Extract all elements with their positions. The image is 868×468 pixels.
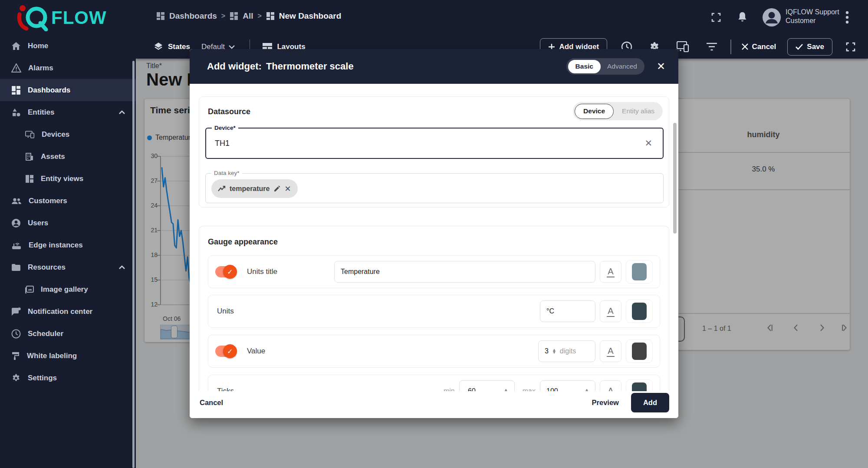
save-label: Save	[807, 43, 824, 51]
fullscreen-icon[interactable]	[711, 12, 721, 23]
kebab-menu-icon[interactable]	[845, 10, 849, 24]
ticks-max-input[interactable]: 100 ▲▼	[540, 380, 595, 391]
dialog-body: Datasource Device Entity alias Device* ✕…	[190, 84, 678, 391]
sidebar-item-users[interactable]: Users	[0, 212, 136, 234]
sidebar-item-customers[interactable]: Customers	[0, 190, 136, 212]
device-field[interactable]: Device* ✕	[205, 128, 664, 159]
notifications-bell-icon[interactable]	[737, 11, 748, 23]
units-row: Units °C A	[208, 295, 660, 328]
dialog-preview-button[interactable]: Preview	[592, 399, 619, 407]
sidebar-item-notification-center[interactable]: Notification center	[0, 300, 136, 323]
value-color-button[interactable]	[626, 339, 653, 363]
value-digits-stepper[interactable]: 3 ▲▼ digits	[538, 340, 595, 362]
user-avatar[interactable]	[762, 8, 781, 27]
basic-advanced-toggle: Basic Advanced	[566, 58, 644, 75]
sidebar-item-settings[interactable]: Settings	[0, 367, 136, 389]
units-input[interactable]: °C	[540, 300, 595, 322]
fullscreen-icon[interactable]	[845, 42, 856, 52]
breadcrumb: Dashboards > All > New Dashboard	[156, 11, 341, 21]
save-button[interactable]: Save	[787, 38, 832, 56]
sidebar-item-entities[interactable]: Entities	[0, 101, 136, 123]
value-color-swatch	[632, 343, 647, 360]
ticks-color-button[interactable]	[626, 379, 653, 391]
cancel-edit-label: Cancel	[752, 43, 776, 51]
user-info[interactable]: IQFLOW Support Customer	[786, 8, 839, 25]
units-color-button[interactable]	[626, 300, 653, 323]
dialog-scrollbar[interactable]	[673, 123, 677, 234]
units-title-color-button[interactable]	[626, 260, 653, 283]
datasource-type-entity-alias[interactable]: Entity alias	[615, 107, 661, 115]
toggle-check-icon: ✓	[223, 344, 237, 358]
units-title-input[interactable]: Temperature	[334, 261, 595, 283]
add-widget-dialog: Add widget: Thermometer scale Basic Adva…	[190, 49, 678, 418]
ticks-typography-button[interactable]: A	[600, 380, 621, 391]
ticks-min-input[interactable]: -60 ▲▼	[459, 380, 515, 391]
dialog-title: Thermometer scale	[266, 61, 354, 72]
sidebar-item-assets[interactable]: Assets	[0, 145, 136, 168]
chevron-up-icon	[118, 265, 125, 270]
device-input[interactable]	[215, 129, 605, 158]
timeseries-key-icon	[218, 186, 226, 192]
filter-icon[interactable]	[706, 43, 717, 51]
datakey-chip[interactable]: temperature ✕	[211, 179, 298, 198]
sidebar-item-image-gallery[interactable]: Image gallery	[0, 278, 136, 300]
dialog-close-icon[interactable]: ✕	[657, 61, 665, 72]
dialog-cancel-button[interactable]: Cancel	[200, 399, 223, 407]
sidebar-item-entity-views[interactable]: Entity views	[0, 168, 136, 190]
value-toggle[interactable]: ✓	[215, 346, 236, 357]
clear-device-icon[interactable]: ✕	[644, 138, 652, 148]
entities-shapes-icon	[11, 108, 21, 117]
sidebar-item-label: White labeling	[27, 352, 77, 360]
sidebar-item-alarms[interactable]: Alarms	[0, 57, 136, 79]
stepper-arrows-icon[interactable]: ▲▼	[552, 349, 556, 354]
customers-people-icon	[11, 197, 22, 205]
tab-basic[interactable]: Basic	[568, 60, 601, 73]
devices-icon	[25, 131, 35, 138]
building-icon	[25, 152, 34, 161]
remove-key-icon[interactable]: ✕	[284, 184, 291, 194]
edit-pencil-icon[interactable]	[273, 185, 280, 192]
sidebar-item-resources[interactable]: Resources	[0, 256, 136, 278]
sidebar-item-home[interactable]: Home	[0, 35, 136, 57]
cancel-edit-button[interactable]: Cancel	[742, 43, 776, 51]
units-title-toggle[interactable]: ✓	[215, 266, 236, 277]
units-title-typography-button[interactable]: A	[600, 261, 621, 283]
units-title-label: Units title	[247, 267, 277, 276]
entity-views-icon	[25, 175, 34, 183]
units-color-swatch	[632, 303, 647, 320]
svg-text:FLOW: FLOW	[51, 7, 107, 28]
value-label: Value	[247, 347, 265, 356]
units-title-row: ✓ Units title Temperature A	[208, 255, 660, 288]
sidebar-item-label: Notification center	[28, 307, 92, 316]
dialog-title-prefix: Add widget:	[207, 61, 262, 72]
datakey-field[interactable]: Data key* temperature ✕	[205, 173, 664, 203]
breadcrumb-dashboards[interactable]: Dashboards	[169, 11, 217, 21]
ticks-max-label: max	[523, 387, 536, 391]
sidebar-item-devices[interactable]: Devices	[0, 123, 136, 145]
sidebar-item-edge-instances[interactable]: Edge instances	[0, 234, 136, 256]
chevron-up-icon	[118, 110, 125, 115]
tab-advanced[interactable]: Advanced	[602, 63, 643, 70]
top-header-bar: FLOW Dashboards > All > New Dashboard	[0, 0, 868, 35]
manage-layouts-devices-icon[interactable]	[677, 41, 690, 53]
states-label: States	[168, 43, 190, 51]
datasource-type-device[interactable]: Device	[575, 104, 614, 119]
dialog-add-button[interactable]: Add	[631, 393, 669, 412]
iqflow-logo[interactable]: FLOW	[14, 3, 118, 31]
units-typography-button[interactable]: A	[600, 300, 621, 322]
sidebar-item-white-labeling[interactable]: White labeling	[0, 345, 136, 367]
format-paint-icon	[11, 352, 20, 360]
value-digits-suffix: digits	[560, 347, 576, 355]
sidebar-item-dashboards[interactable]: Dashboards	[0, 79, 136, 101]
sidebar-nav: Home Alarms Dashboards Entities Devices …	[0, 35, 136, 468]
value-typography-button[interactable]: A	[600, 340, 621, 362]
close-icon	[742, 43, 748, 50]
units-label: Units	[217, 307, 234, 316]
notification-message-icon	[11, 307, 21, 316]
sidebar-scrollbar[interactable]	[132, 61, 135, 468]
sidebar-item-label: Image gallery	[41, 285, 88, 294]
breadcrumb-all[interactable]: All	[243, 11, 253, 21]
app-root: FLOW Dashboards > All > New Dashboard	[0, 0, 868, 468]
sidebar-item-label: Scheduler	[28, 330, 63, 338]
sidebar-item-scheduler[interactable]: Scheduler	[0, 323, 136, 345]
